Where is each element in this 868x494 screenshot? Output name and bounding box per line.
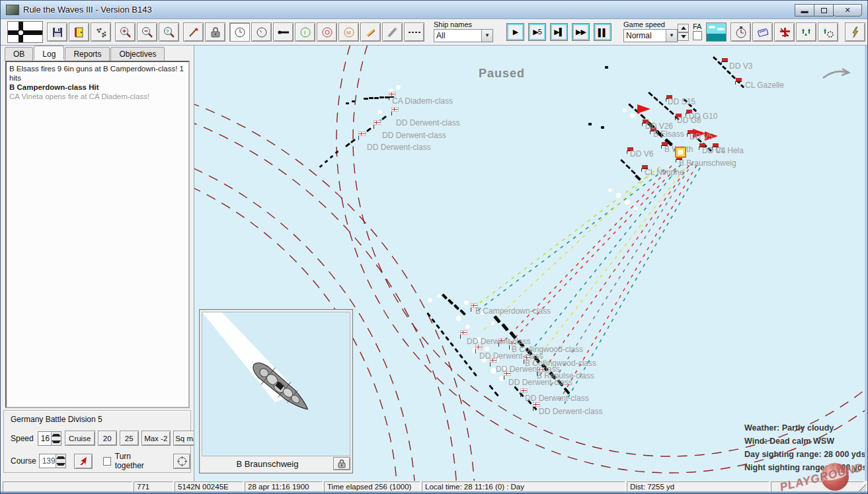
report-book-button[interactable]	[752, 22, 773, 42]
ship-mark[interactable]	[605, 66, 608, 69]
chevron-down-icon[interactable]: ▼	[481, 30, 493, 42]
pencil-icon	[387, 26, 399, 38]
close-button[interactable]: ✕	[833, 4, 862, 17]
red-circle-button[interactable]	[317, 22, 337, 42]
ship-label: CL Nimphe	[645, 168, 684, 177]
ship-label: B Camperdown-class	[475, 306, 551, 316]
ship-label: CA Diadem-class	[392, 96, 453, 106]
ship-mark[interactable]	[369, 97, 374, 99]
log-line: B Elsass fires 9 6in guns at B Camperdow…	[9, 64, 186, 83]
speed-stepper[interactable]: 16	[38, 431, 61, 446]
save-button[interactable]	[47, 22, 67, 42]
inset-ship-name: B Braunschweig	[202, 459, 333, 469]
shell-splash	[608, 188, 612, 192]
game-speed-control: Game speed Normal ▼	[623, 20, 678, 42]
lock-icon	[338, 459, 346, 468]
ship-mark[interactable]	[352, 100, 355, 102]
speed-25-button[interactable]: 25	[120, 431, 139, 446]
brush-button[interactable]	[183, 22, 204, 42]
play-button[interactable]: ▶	[506, 23, 524, 41]
shell-splash	[625, 199, 630, 205]
tab-bar: OB Log Reports Objectives	[5, 47, 165, 61]
compass-icon	[177, 456, 187, 466]
speed-max-2-button[interactable]: Max -2	[141, 431, 171, 446]
tab-reports[interactable]: Reports	[65, 47, 110, 61]
torpedo-button[interactable]	[382, 22, 403, 42]
shell-splash	[623, 108, 627, 112]
play-step-button[interactable]: ▶▌	[550, 23, 568, 41]
gun-line-button[interactable]	[360, 22, 381, 42]
ship-mark[interactable]	[588, 123, 592, 125]
weather-picture[interactable]	[706, 22, 727, 42]
play-5-button[interactable]: ▶5	[528, 23, 546, 41]
weather-line: Wind: Dead calm WSW	[744, 435, 865, 448]
damage-button[interactable]	[845, 22, 865, 42]
zoom-fit-button[interactable]: ?	[159, 22, 179, 42]
fa-checkbox[interactable]	[693, 31, 702, 40]
british-ensign-flag	[358, 131, 366, 136]
app-icon	[6, 5, 19, 15]
shell-splash	[437, 294, 441, 298]
dotted-line-button[interactable]	[404, 22, 424, 42]
ship-mark[interactable]	[379, 96, 384, 98]
shell-splash	[464, 300, 469, 305]
stopwatch-button[interactable]	[730, 22, 751, 42]
ship-topdown-view	[202, 312, 350, 456]
ship-names-select[interactable]: All ▼	[434, 29, 493, 42]
chevron-down-icon[interactable]: ▼	[666, 30, 677, 42]
course-stepper[interactable]: 139	[39, 454, 66, 468]
gunfire-tracer	[502, 166, 672, 343]
dice-button[interactable]	[91, 22, 111, 42]
ship-mark[interactable]	[601, 126, 604, 129]
exit-button[interactable]	[69, 22, 89, 42]
clock2-icon	[256, 26, 268, 38]
british-ensign-flag	[460, 330, 467, 335]
battle-log[interactable]: B Elsass fires 9 6in guns at B Camperdow…	[5, 61, 190, 408]
dice-icon	[95, 26, 107, 38]
pause-button[interactable]: ▌▌	[594, 23, 612, 41]
air-settings-button[interactable]	[818, 22, 838, 42]
tab-ob[interactable]: OB	[5, 47, 33, 61]
lock-button[interactable]	[205, 22, 225, 42]
shell-splash	[428, 298, 432, 302]
air-formation-button[interactable]	[796, 22, 816, 42]
orange-circle-button[interactable]: M	[338, 22, 359, 42]
ship-label: DD G8	[677, 116, 701, 125]
speed-cruise-button[interactable]: Cruise	[65, 431, 95, 446]
turn-together-checkbox[interactable]	[103, 457, 111, 466]
svg-text:M: M	[346, 30, 351, 36]
clock-step-button[interactable]	[251, 22, 272, 42]
british-ensign-flag	[520, 388, 528, 393]
zoom-in-icon	[119, 26, 132, 38]
set-course-button[interactable]	[74, 454, 93, 469]
save-icon	[52, 26, 63, 38]
british-ensign-flag	[391, 107, 399, 112]
course-label: Course	[11, 456, 36, 466]
ship-mark[interactable]	[374, 97, 379, 99]
division-panel: Germany Battle Division 5 Speed 16 Cruis…	[3, 410, 191, 473]
zoom-out-button[interactable]	[137, 22, 157, 42]
sighting-range-arc	[353, 46, 865, 456]
inset-lock-button[interactable]	[333, 457, 350, 470]
ship-mark[interactable]	[364, 98, 368, 100]
plane-gear-icon	[822, 26, 835, 38]
tab-log[interactable]: Log	[34, 46, 64, 59]
ship-label: B Braunschweig	[679, 159, 736, 168]
shell-splash	[491, 322, 494, 326]
ship-label: DD Derwent-class	[382, 131, 446, 140]
green-circle-button[interactable]: i	[295, 22, 315, 42]
compass-button[interactable]	[173, 454, 190, 469]
maximize-button[interactable]	[814, 4, 834, 17]
game-speed-spinner[interactable]	[678, 24, 689, 41]
clock-realtime-button[interactable]	[229, 22, 250, 42]
dots-icon	[408, 30, 421, 35]
game-speed-select[interactable]: Normal ▼	[623, 29, 678, 42]
speed-20-button[interactable]: 20	[98, 431, 117, 446]
tab-objectives[interactable]: Objectives	[110, 47, 165, 61]
zoom-in-button[interactable]	[115, 22, 136, 42]
ship-mark[interactable]	[346, 102, 349, 104]
minimize-button[interactable]: ▬	[795, 4, 814, 17]
air-strike-button[interactable]	[774, 22, 795, 42]
range-line-button[interactable]	[273, 22, 294, 42]
fast-forward-button[interactable]: ▶▶	[572, 23, 590, 41]
